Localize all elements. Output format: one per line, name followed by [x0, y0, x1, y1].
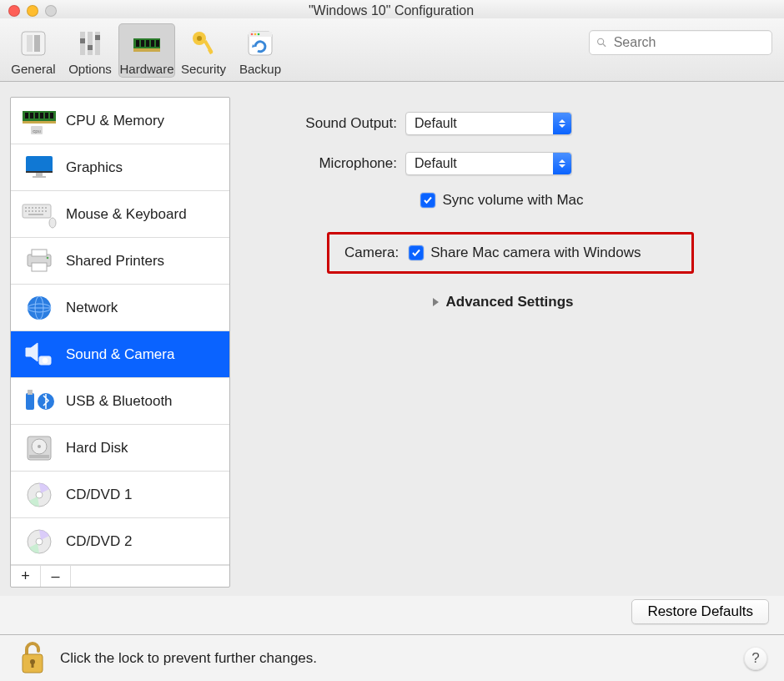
svg-rect-29 — [25, 113, 28, 119]
search-input[interactable] — [612, 34, 765, 51]
window-controls[interactable] — [8, 5, 57, 17]
ram-icon — [130, 27, 163, 60]
ram-icon: cpu — [21, 106, 58, 136]
sidebar-item-graphics[interactable]: Graphics — [11, 144, 229, 191]
toolbar-tab-label: Options — [68, 62, 112, 76]
sidebar-item-label: Mouse & Keyboard — [66, 206, 187, 223]
toolbar-tab-label: Hardware — [119, 62, 173, 76]
select-arrows-icon — [553, 153, 571, 174]
toolbar-search[interactable] — [589, 30, 772, 55]
svg-point-23 — [254, 33, 257, 36]
svg-point-73 — [38, 445, 41, 448]
printer-icon — [21, 246, 58, 276]
window-title: "Windows 10" Configuration — [57, 3, 776, 18]
camera-share-checkbox[interactable] — [409, 245, 424, 260]
sync-volume-label: Sync volume with Mac — [442, 192, 583, 209]
svg-rect-31 — [35, 113, 38, 119]
svg-rect-8 — [95, 35, 100, 40]
close-window-button[interactable] — [8, 5, 20, 17]
restore-row: Restore Defaults — [0, 596, 784, 634]
svg-rect-15 — [156, 40, 159, 47]
microphone-select[interactable]: Default — [405, 152, 572, 175]
svg-rect-54 — [42, 210, 43, 212]
svg-rect-4 — [88, 32, 93, 55]
sidebar-item-label: Network — [66, 300, 118, 316]
advanced-settings-toggle[interactable]: Advanced Settings — [247, 294, 757, 310]
remove-device-button[interactable]: – — [41, 566, 71, 587]
sidebar-item-cddvd-2[interactable]: CD/DVD 2 — [11, 518, 229, 565]
toolbar: General Options Hardware Security Backup — [0, 18, 784, 82]
svg-rect-81 — [32, 662, 34, 668]
svg-rect-12 — [141, 40, 144, 47]
sidebar-item-sound-camera[interactable]: Sound & Camera — [11, 331, 229, 378]
svg-point-17 — [197, 36, 202, 41]
toolbar-tab-general[interactable]: General — [5, 23, 62, 78]
sidebar-item-hard-disk[interactable]: Hard Disk — [11, 425, 229, 472]
restore-defaults-button[interactable]: Restore Defaults — [631, 599, 769, 624]
toolbar-tab-hardware[interactable]: Hardware — [118, 23, 175, 78]
sliders-icon — [73, 27, 107, 60]
hard-disk-icon — [21, 433, 58, 463]
toolbar-tab-label: Backup — [239, 62, 281, 76]
svg-rect-68 — [26, 393, 34, 410]
advanced-settings-label: Advanced Settings — [445, 294, 573, 310]
svg-rect-46 — [38, 207, 40, 209]
svg-rect-37 — [26, 156, 53, 173]
sidebar-item-label: CD/DVD 2 — [66, 533, 132, 550]
add-device-button[interactable]: + — [11, 566, 41, 587]
sound-output-select[interactable]: Default — [405, 112, 572, 135]
zoom-window-button — [45, 5, 57, 17]
camera-highlight-box: Camera: Share Mac camera with Windows — [327, 232, 694, 274]
svg-rect-39 — [36, 173, 43, 176]
svg-point-67 — [43, 358, 48, 363]
sidebar-item-cddvd-1[interactable]: CD/DVD 1 — [11, 472, 229, 518]
svg-rect-30 — [30, 113, 33, 119]
toolbar-tab-backup[interactable]: Backup — [232, 23, 289, 78]
lock-icon[interactable] — [17, 639, 48, 678]
backup-icon — [244, 27, 277, 60]
svg-rect-50 — [28, 210, 30, 212]
svg-rect-47 — [42, 207, 43, 209]
camera-share-label: Share Mac camera with Windows — [430, 245, 641, 261]
svg-rect-14 — [151, 40, 154, 47]
svg-rect-56 — [28, 214, 43, 215]
help-button[interactable]: ? — [744, 647, 767, 670]
minimize-window-button[interactable] — [27, 5, 38, 17]
svg-rect-32 — [40, 113, 43, 119]
toolbar-tab-options[interactable]: Options — [62, 23, 118, 78]
sidebar-item-usb-bluetooth[interactable]: USB & Bluetooth — [11, 378, 229, 425]
svg-rect-11 — [136, 40, 139, 47]
toolbar-tab-security[interactable]: Security — [175, 23, 232, 78]
sidebar-item-network[interactable]: Network — [11, 285, 229, 331]
keyboard-mouse-icon — [21, 199, 58, 230]
sound-output-label: Sound Output: — [247, 115, 405, 132]
svg-point-24 — [258, 33, 260, 36]
sidebar-footer: + – — [11, 565, 229, 587]
check-icon — [423, 195, 433, 205]
hardware-sidebar: cpu CPU & Memory Graphics Mouse & Keyboa… — [10, 97, 230, 588]
svg-rect-74 — [29, 455, 49, 458]
sync-volume-checkbox[interactable] — [420, 193, 435, 208]
sidebar-item-shared-printers[interactable]: Shared Printers — [11, 238, 229, 285]
globe-icon — [21, 293, 58, 323]
svg-rect-7 — [88, 45, 93, 50]
svg-point-61 — [47, 256, 49, 259]
sidebar-item-cpu-memory[interactable]: cpu CPU & Memory — [11, 98, 229, 144]
footer: Click the lock to prevent further change… — [0, 634, 784, 681]
search-icon — [596, 37, 607, 48]
content-area: cpu CPU & Memory Graphics Mouse & Keyboa… — [0, 82, 784, 596]
sidebar-item-mouse-keyboard[interactable]: Mouse & Keyboard — [11, 191, 229, 238]
microphone-value: Default — [415, 156, 457, 171]
help-label: ? — [751, 650, 759, 667]
svg-line-26 — [603, 44, 606, 47]
svg-rect-49 — [25, 210, 27, 212]
svg-rect-52 — [35, 210, 37, 212]
sync-volume-row[interactable]: Sync volume with Mac — [247, 192, 757, 209]
camera-label: Camera: — [344, 245, 399, 261]
svg-rect-42 — [25, 207, 27, 209]
sound-camera-icon — [21, 340, 58, 370]
svg-rect-55 — [45, 210, 47, 212]
select-arrows-icon — [553, 113, 571, 134]
sidebar-item-label: Hard Disk — [66, 440, 128, 457]
svg-rect-48 — [45, 207, 47, 209]
